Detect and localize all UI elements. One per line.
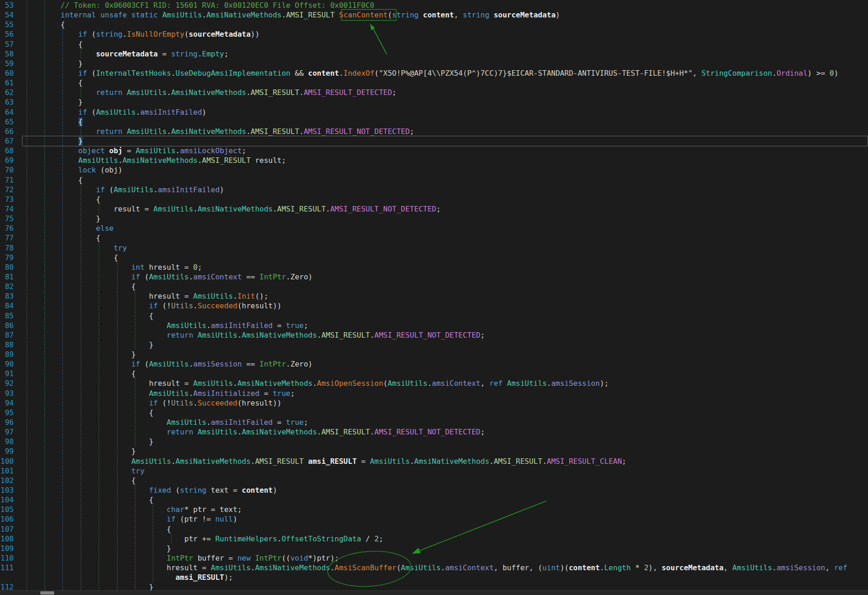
code-line-71[interactable]: 71 { [0, 175, 868, 185]
code-line-109[interactable]: 109 } [0, 544, 868, 553]
line-number: 71 [0, 175, 14, 185]
code-line-61[interactable]: 61 { [0, 78, 868, 88]
horizontal-scrollbar[interactable] [0, 590, 868, 595]
line-number: 80 [0, 262, 14, 272]
code-line-78[interactable]: 78 try [0, 243, 868, 253]
code-line-86[interactable]: 86 AmsiUtils.amsiInitFailed = true; [0, 321, 868, 330]
code-line-111[interactable]: 111 hresult = AmsiUtils.AmsiNativeMethod… [0, 563, 868, 573]
code-line-91[interactable]: 91 { [0, 369, 868, 378]
line-number: 58 [0, 49, 14, 59]
code-line-94[interactable]: 94 if (!Utils.Succeeded(hresult)) [0, 398, 868, 408]
line-number: 95 [0, 408, 14, 417]
code-line-53[interactable]: 53 // Token: 0x06003CF1 RID: 15601 RVA: … [0, 0, 868, 10]
code-line-103[interactable]: 103 fixed (string text = content) [0, 485, 868, 495]
code-line-83[interactable]: 83 hresult = AmsiUtils.Init(); [0, 291, 868, 301]
code-line-58[interactable]: 58 sourceMetadata = string.Empty; [0, 49, 868, 59]
line-number: 105 [0, 505, 14, 514]
code-line-88[interactable]: 88 } [0, 340, 868, 350]
line-number: 99 [0, 446, 14, 456]
code-line-54[interactable]: 54 internal unsafe static AmsiUtils.Amsi… [0, 10, 868, 20]
code-line-104[interactable]: 104 { [0, 495, 868, 505]
line-number: 73 [0, 195, 14, 204]
line-number: 74 [0, 204, 14, 214]
code-text: { [14, 39, 83, 49]
code-line-77[interactable]: 77 { [0, 233, 868, 243]
code-line-97[interactable]: 97 return AmsiUtils.AmsiNativeMethods.AM… [0, 427, 868, 437]
code-text: int hresult = 0; [14, 262, 202, 272]
code-line-62[interactable]: 62 return AmsiUtils.AmsiNativeMethods.AM… [0, 88, 868, 97]
code-line-82[interactable]: 82 { [0, 282, 868, 291]
code-text: return AmsiUtils.AmsiNativeMethods.AMSI_… [14, 127, 414, 136]
code-text: AmsiUtils.AmsiNativeMethods.AMSI_RESULT … [14, 456, 626, 466]
code-line-68[interactable]: 68 object obj = AmsiUtils.amsiLockObject… [0, 146, 868, 156]
code-line-93[interactable]: 93 AmsiUtils.AmsiInitialized = true; [0, 389, 868, 398]
code-line-85[interactable]: 85 { [0, 311, 868, 321]
code-text: if (!Utils.Succeeded(hresult)) [14, 301, 282, 311]
code-line-84[interactable]: 84 if (!Utils.Succeeded(hresult)) [0, 301, 868, 311]
code-line-64[interactable]: 64 if (AmsiUtils.amsiInitFailed) [0, 107, 868, 117]
code-line-57[interactable]: 57 { [0, 39, 868, 49]
code-line-87[interactable]: 87 return AmsiUtils.AmsiNativeMethods.AM… [0, 330, 868, 340]
code-text: } [14, 350, 136, 359]
code-line-107[interactable]: 107 { [0, 524, 868, 534]
code-line-67[interactable]: 67 } [0, 136, 868, 146]
code-line-98[interactable]: 98 } [0, 437, 868, 446]
code-line-75[interactable]: 75 } [0, 214, 868, 223]
code-line-59[interactable]: 59 } [0, 59, 868, 68]
code-text: if (AmsiUtils.amsiSession == IntPtr.Zero… [14, 359, 312, 369]
code-line-90[interactable]: 90 if (AmsiUtils.amsiSession == IntPtr.Z… [0, 359, 868, 369]
code-line-80[interactable]: 80 int hresult = 0; [0, 262, 868, 272]
line-number: 100 [0, 456, 14, 466]
code-line-72[interactable]: 72 if (AmsiUtils.amsiInitFailed) [0, 185, 868, 195]
code-area[interactable]: 53 // Token: 0x06003CF1 RID: 15601 RVA: … [0, 0, 868, 595]
code-line-95[interactable]: 95 { [0, 408, 868, 417]
horizontal-scrollbar-thumb[interactable] [40, 591, 54, 595]
code-text: sourceMetadata = string.Empty; [14, 49, 228, 59]
line-number: 106 [0, 514, 14, 524]
code-text: { [14, 20, 65, 29]
code-line-106[interactable]: 106 if (ptr != null) [0, 514, 868, 524]
code-line-92[interactable]: 92 hresult = AmsiUtils.AmsiNativeMethods… [0, 378, 868, 388]
code-line-96[interactable]: 96 AmsiUtils.amsiInitFailed = true; [0, 417, 868, 427]
code-line-102[interactable]: 102 { [0, 476, 868, 485]
code-line-99[interactable]: 99 } [0, 446, 868, 456]
code-text: if (InternalTestHooks.UseDebugAmsiImplem… [14, 68, 839, 78]
code-line-63[interactable]: 63 } [0, 97, 868, 107]
code-line-74[interactable]: 74 result = AmsiUtils.AmsiNativeMethods.… [0, 204, 868, 214]
line-number: 75 [0, 214, 14, 223]
line-number: 96 [0, 417, 14, 427]
code-text: } [14, 136, 83, 146]
code-line-56[interactable]: 56 if (string.IsNullOrEmpty(sourceMetada… [0, 29, 868, 39]
code-text: } [14, 214, 100, 223]
line-number: 110 [0, 553, 14, 563]
code-text: fixed (string text = content) [14, 485, 277, 495]
code-line-100[interactable]: 100 AmsiUtils.AmsiNativeMethods.AMSI_RES… [0, 456, 868, 466]
code-text: else [14, 223, 114, 233]
code-text: if (ptr != null) [14, 514, 237, 524]
code-line-55[interactable]: 55 { [0, 20, 868, 29]
code-line-66[interactable]: 66 return AmsiUtils.AmsiNativeMethods.AM… [0, 127, 868, 136]
code-text: AmsiUtils.amsiInitFailed = true; [14, 321, 308, 330]
line-number: 72 [0, 185, 14, 195]
line-number: 107 [0, 524, 14, 534]
code-line-89[interactable]: 89 } [0, 350, 868, 359]
code-line-79[interactable]: 79 { [0, 253, 868, 262]
code-text: if (AmsiUtils.amsiContext == IntPtr.Zero… [14, 272, 312, 282]
code-line-76[interactable]: 76 else [0, 223, 868, 233]
code-line-70[interactable]: 70 lock (obj) [0, 165, 868, 175]
code-line-81[interactable]: 81 if (AmsiUtils.amsiContext == IntPtr.Z… [0, 272, 868, 282]
code-line-60[interactable]: 60 if (InternalTestHooks.UseDebugAmsiImp… [0, 68, 868, 78]
code-text: if (!Utils.Succeeded(hresult)) [14, 398, 282, 408]
code-line-69[interactable]: 69 AmsiUtils.AmsiNativeMethods.AMSI_RESU… [0, 156, 868, 165]
code-line-wrap[interactable]: amsi_RESULT); [0, 573, 868, 582]
code-line-101[interactable]: 101 try [0, 466, 868, 476]
code-line-105[interactable]: 105 char* ptr = text; [0, 505, 868, 514]
code-line-110[interactable]: 110 IntPtr buffer = new IntPtr((void*)pt… [0, 553, 868, 563]
line-number: 93 [0, 389, 14, 398]
code-line-73[interactable]: 73 { [0, 195, 868, 204]
code-line-108[interactable]: 108 ptr += RuntimeHelpers.OffsetToString… [0, 534, 868, 544]
line-number: 56 [0, 29, 14, 39]
code-line-65[interactable]: 65 { [0, 117, 868, 127]
code-text: { [14, 253, 118, 262]
line-number: 78 [0, 243, 14, 253]
